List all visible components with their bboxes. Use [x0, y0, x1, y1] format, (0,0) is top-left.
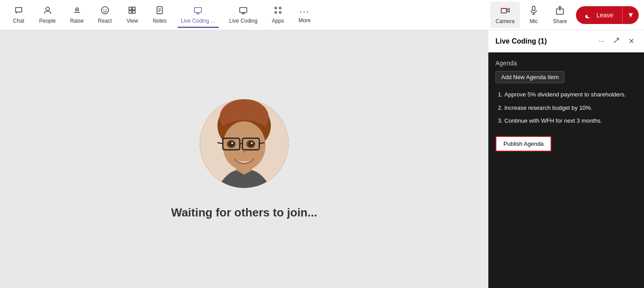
svg-rect-24: [532, 6, 535, 11]
svg-rect-5: [133, 7, 135, 10]
tab-view-label: View: [127, 18, 138, 24]
tab-raise-label: Raise: [70, 18, 84, 24]
view-icon: [128, 6, 137, 16]
live-coding-active-icon: [193, 6, 202, 16]
svg-point-20: [275, 12, 277, 13]
tab-live-coding-active[interactable]: Live Coding ...: [174, 2, 222, 28]
svg-point-1: [101, 7, 109, 14]
tab-people[interactable]: People: [32, 2, 63, 28]
leave-phone-icon: [585, 10, 593, 20]
tab-people-label: People: [39, 18, 56, 24]
people-icon: [43, 6, 52, 16]
svg-point-0: [46, 7, 49, 11]
tab-apps-label: Apps: [272, 18, 284, 24]
leave-label: Leave: [596, 12, 613, 19]
panel-content: Agenda Add New Agenda Item Approve 5% di…: [488, 52, 644, 288]
agenda-item-1: Approve 5% dividend payment to sharehold…: [504, 90, 637, 99]
more-icon: ···: [300, 7, 310, 16]
agenda-item-2: Increase research budget by 10%.: [504, 104, 637, 112]
panel-title: Live Coding (1): [495, 37, 547, 45]
leave-chevron-button[interactable]: ▼: [622, 6, 639, 24]
video-area: Waiting for others to join...: [0, 30, 488, 288]
tab-react[interactable]: React: [91, 2, 119, 28]
chat-icon: [14, 6, 23, 16]
svg-rect-12: [194, 8, 201, 12]
react-icon: [101, 6, 109, 16]
tab-chat-label: Chat: [13, 18, 24, 24]
live-coding-2-icon: [239, 6, 248, 16]
leave-main-button[interactable]: Leave: [576, 6, 622, 24]
mic-icon: [529, 5, 539, 16]
add-agenda-item-button[interactable]: Add New Agenda Item: [495, 71, 564, 83]
tab-live-coding-active-label: Live Coding ...: [181, 18, 215, 24]
svg-point-19: [279, 7, 281, 9]
svg-point-21: [279, 12, 281, 13]
svg-point-41: [248, 141, 254, 147]
panel-popout-button[interactable]: [611, 36, 622, 47]
camera-icon: [500, 5, 510, 16]
svg-point-42: [231, 142, 233, 144]
participant-avatar: [200, 99, 289, 188]
mic-label: Mic: [530, 18, 538, 24]
tab-notes[interactable]: Notes: [145, 2, 173, 28]
svg-point-3: [105, 9, 106, 10]
agenda-list: Approve 5% dividend payment to sharehold…: [495, 90, 637, 125]
svg-rect-7: [133, 11, 135, 13]
svg-rect-4: [129, 7, 132, 10]
main-content: Waiting for others to join... Live Codin…: [0, 30, 644, 288]
tab-raise[interactable]: Raise: [63, 2, 91, 28]
toolbar: Chat People Raise: [0, 0, 644, 30]
tab-view[interactable]: View: [119, 2, 145, 28]
svg-rect-15: [240, 8, 247, 12]
svg-point-2: [103, 9, 104, 10]
panel-close-button[interactable]: ✕: [626, 35, 637, 47]
apps-icon: [274, 6, 282, 16]
share-label: Share: [553, 18, 567, 24]
tab-more[interactable]: ··· More: [291, 3, 318, 27]
svg-point-43: [251, 142, 253, 144]
tab-live-coding-2[interactable]: Live Coding: [222, 2, 265, 28]
publish-agenda-button[interactable]: Publish Agenda: [495, 136, 551, 152]
panel-header: Live Coding (1) ··· ✕: [488, 30, 644, 52]
share-button[interactable]: Share: [547, 2, 572, 28]
camera-label: Camera: [495, 18, 515, 24]
toolbar-tools: Chat People Raise: [5, 2, 318, 28]
tab-react-label: React: [98, 18, 112, 24]
tab-chat[interactable]: Chat: [5, 2, 32, 28]
agenda-label: Agenda: [495, 60, 637, 67]
chevron-down-icon: ▼: [627, 11, 634, 19]
leave-button-group: Leave ▼: [576, 6, 639, 24]
share-icon: [555, 5, 565, 16]
tab-more-label: More: [298, 17, 310, 24]
panel-more-button[interactable]: ···: [596, 36, 607, 47]
agenda-item-3: Continue with WFH for next 3 months.: [504, 116, 637, 125]
raise-icon: [72, 6, 81, 16]
svg-rect-6: [129, 11, 132, 13]
tab-notes-label: Notes: [153, 18, 166, 24]
camera-button[interactable]: Camera: [490, 2, 520, 28]
notes-icon: [155, 6, 164, 16]
svg-point-18: [275, 7, 277, 9]
tab-apps[interactable]: Apps: [265, 2, 291, 28]
waiting-text: Waiting for others to join...: [171, 206, 317, 220]
panel-header-actions: ··· ✕: [596, 35, 637, 47]
toolbar-right: Camera Mic Share: [490, 2, 639, 28]
side-panel: Live Coding (1) ··· ✕ Agenda Add New Age…: [488, 30, 644, 288]
tab-live-coding-2-label: Live Coding: [229, 18, 258, 24]
svg-point-40: [229, 141, 234, 147]
mic-button[interactable]: Mic: [523, 2, 544, 28]
